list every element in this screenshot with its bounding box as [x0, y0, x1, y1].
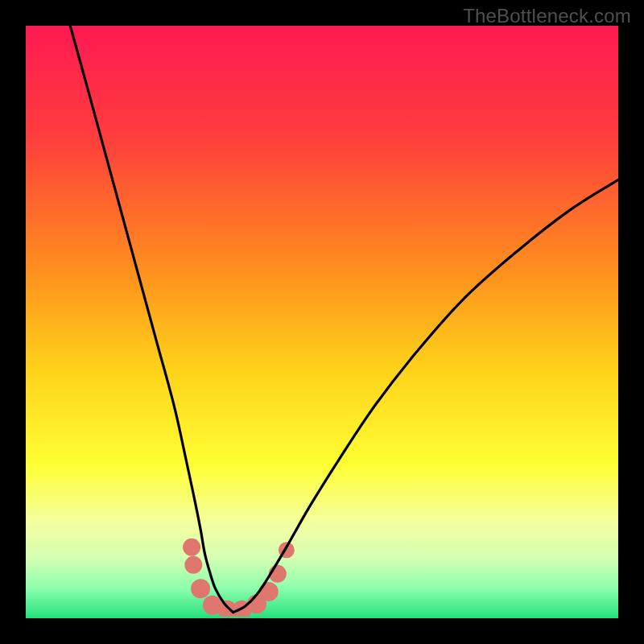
marker-dot: [191, 579, 210, 598]
plot-svg: [26, 26, 618, 618]
marker-dot: [183, 539, 200, 556]
outer-frame: TheBottleneck.com: [0, 0, 644, 644]
watermark-text: TheBottleneck.com: [463, 5, 631, 27]
marker-dot: [259, 582, 279, 601]
gradient-background: [26, 26, 618, 618]
marker-dot: [184, 556, 202, 574]
plot-area: [26, 26, 618, 618]
